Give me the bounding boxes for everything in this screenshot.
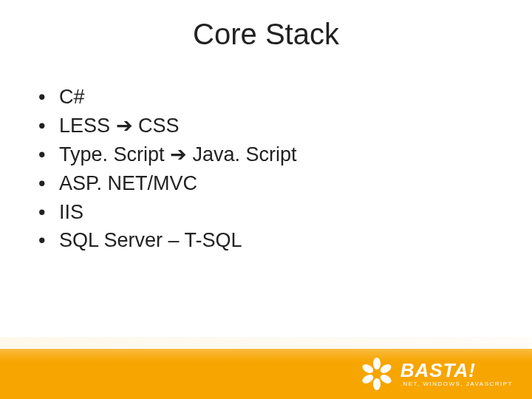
bullet-text: ASP. NET/MVC [59, 169, 197, 198]
svg-point-2 [378, 373, 392, 386]
list-item: • Type. Script ➔ Java. Script [38, 140, 297, 169]
slide: Core Stack • C# • LESS ➔ CSS • Type. Scr… [0, 0, 532, 399]
footer-strip [0, 337, 532, 347]
slide-title: Core Stack [0, 18, 532, 51]
bullet-icon: • [38, 83, 59, 112]
logo-text: BASTA! .NET, WINDOWS, JAVASCRIPT [400, 361, 513, 387]
bullet-text: SQL Server – T-SQL [59, 226, 242, 255]
bullet-text: C# [59, 83, 85, 112]
footer-band: BASTA! .NET, WINDOWS, JAVASCRIPT [0, 347, 532, 399]
bullet-text: IIS [59, 198, 83, 227]
bullet-icon: • [38, 198, 59, 227]
logo-subtitle: .NET, WINDOWS, JAVASCRIPT [400, 381, 513, 387]
list-item: • LESS ➔ CSS [38, 112, 297, 140]
bullet-icon: • [38, 140, 59, 169]
logo-word: BASTA! [400, 361, 513, 380]
bullet-text: Type. Script ➔ Java. Script [59, 140, 297, 169]
logo: BASTA! .NET, WINDOWS, JAVASCRIPT [361, 358, 513, 390]
bullet-icon: • [38, 112, 59, 140]
svg-point-1 [378, 363, 392, 375]
list-item: • SQL Server – T-SQL [38, 226, 297, 255]
svg-point-6 [373, 370, 381, 378]
logo-flower-icon [361, 358, 393, 390]
svg-point-0 [373, 358, 381, 369]
list-item: • ASP. NET/MVC [38, 169, 297, 198]
list-item: • IIS [38, 198, 297, 227]
svg-point-3 [373, 378, 381, 390]
bullet-icon: • [38, 226, 59, 255]
svg-point-4 [361, 373, 375, 386]
svg-point-5 [361, 363, 375, 375]
list-item: • C# [38, 83, 297, 112]
bullet-text: LESS ➔ CSS [59, 112, 180, 140]
bullet-icon: • [38, 169, 59, 198]
bullet-list: • C# • LESS ➔ CSS • Type. Script ➔ Java.… [38, 83, 297, 255]
